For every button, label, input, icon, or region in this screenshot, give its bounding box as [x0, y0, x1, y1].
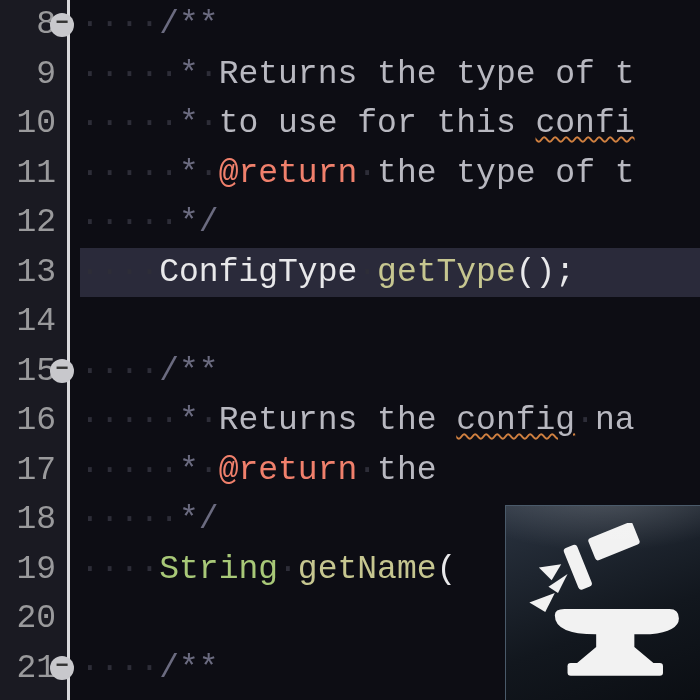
fold-collapse-icon[interactable] — [50, 656, 74, 680]
svg-rect-1 — [563, 544, 593, 591]
token-ws: · — [199, 56, 219, 93]
line-number: 20 — [0, 594, 56, 644]
token-punct: ( — [436, 551, 456, 588]
token-punct: (); — [516, 254, 575, 291]
token-ws: · — [357, 452, 377, 489]
token-ws: ····· — [80, 56, 179, 93]
fold-collapse-icon[interactable] — [50, 359, 74, 383]
code-line[interactable]: ·····*·@return·the type of t — [80, 149, 700, 199]
token-ws: · — [199, 155, 219, 192]
token-ws: ····· — [80, 452, 179, 489]
token-ws: ····· — [80, 105, 179, 142]
code-line[interactable]: ····ConfigType·getType(); — [80, 248, 700, 298]
token-comment: * — [179, 452, 199, 489]
line-number: 16 — [0, 396, 56, 446]
line-number: 21 — [0, 644, 56, 694]
line-number: 8 — [0, 0, 56, 50]
anvil-svg — [523, 523, 682, 682]
svg-marker-4 — [539, 565, 561, 581]
token-ws: ···· — [80, 254, 159, 291]
code-line[interactable] — [80, 297, 700, 347]
token-ws: ···· — [80, 650, 159, 687]
token-ws: · — [278, 551, 298, 588]
token-doc-tag: @return — [219, 452, 358, 489]
token-plain: Returns the — [219, 402, 457, 439]
token-comment: * — [179, 56, 199, 93]
token-ws: ···· — [80, 6, 159, 43]
token-ws: ···· — [80, 353, 159, 390]
token-type: ConfigType — [159, 254, 357, 291]
token-comment: * — [179, 155, 199, 192]
token-ws: · — [357, 155, 377, 192]
token-ws: ····· — [80, 402, 179, 439]
token-plain: the type of t — [377, 155, 634, 192]
code-line[interactable]: ····/** — [80, 0, 700, 50]
line-number: 9 — [0, 50, 56, 100]
code-line[interactable]: ·····*·Returns the config·na — [80, 396, 700, 446]
token-ws: ····· — [80, 204, 179, 241]
fold-collapse-icon[interactable] — [50, 13, 74, 37]
token-comment: * — [179, 402, 199, 439]
token-method: getType — [377, 254, 516, 291]
token-plain: config — [456, 402, 575, 439]
token-comment: /** — [159, 650, 218, 687]
code-line[interactable]: ·····*·to use for this confi — [80, 99, 700, 149]
code-line[interactable]: ·····*/ — [80, 198, 700, 248]
token-method: getName — [298, 551, 437, 588]
token-ws: · — [199, 452, 219, 489]
svg-marker-3 — [530, 593, 555, 612]
token-plain: na — [595, 402, 635, 439]
token-ws: ···· — [80, 551, 159, 588]
token-comment: */ — [179, 204, 219, 241]
token-ws: ····· — [80, 501, 179, 538]
anvil-forge-icon — [505, 505, 700, 700]
token-ws: ····· — [80, 155, 179, 192]
token-comment: /** — [159, 353, 218, 390]
token-plain: to use for this — [219, 105, 536, 142]
token-comment: /** — [159, 6, 218, 43]
token-ws: · — [357, 254, 377, 291]
line-number: 18 — [0, 495, 56, 545]
token-comment: * — [179, 105, 199, 142]
token-plain: confi — [536, 105, 635, 142]
line-number: 14 — [0, 297, 56, 347]
line-number: 13 — [0, 248, 56, 298]
svg-rect-5 — [568, 663, 663, 676]
fold-guide — [62, 0, 70, 700]
line-number: 19 — [0, 545, 56, 595]
code-line[interactable]: ····/** — [80, 347, 700, 397]
token-ws: · — [199, 105, 219, 142]
line-number: 17 — [0, 446, 56, 496]
code-line[interactable]: ·····*·@return·the — [80, 446, 700, 496]
line-number: 15 — [0, 347, 56, 397]
token-string-type: String — [159, 551, 278, 588]
line-number: 12 — [0, 198, 56, 248]
svg-rect-0 — [588, 523, 641, 561]
token-ws: · — [575, 402, 595, 439]
token-plain: Returns the type of t — [219, 56, 635, 93]
token-comment: */ — [179, 501, 219, 538]
line-number: 10 — [0, 99, 56, 149]
token-ws: · — [199, 402, 219, 439]
line-number: 11 — [0, 149, 56, 199]
token-doc-tag: @return — [219, 155, 358, 192]
code-line[interactable]: ·····*·Returns the type of t — [80, 50, 700, 100]
line-number-gutter: 89101112131415161718192021 — [0, 0, 62, 700]
token-plain: the — [377, 452, 436, 489]
